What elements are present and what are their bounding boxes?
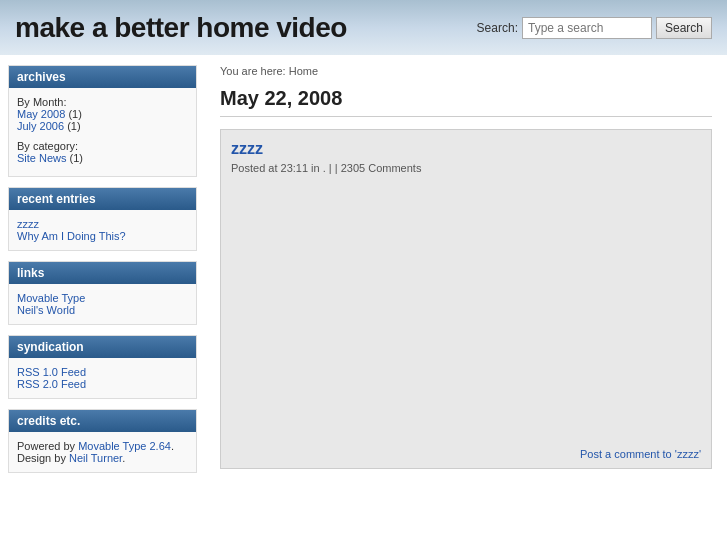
sidebar: archives By Month: May 2008 (1) July 200…: [0, 55, 205, 493]
archives-content: By Month: May 2008 (1) July 2006 (1) By …: [9, 88, 196, 176]
archive-month-may2008[interactable]: May 2008: [17, 108, 65, 120]
page-date: May 22, 2008: [220, 87, 712, 117]
archive-cat-sitenews[interactable]: Site News: [17, 152, 67, 164]
by-category-label: By category:: [17, 140, 78, 152]
header: make a better home video Search: Search: [0, 0, 727, 55]
archive-month-may2008-count: (1): [68, 108, 81, 120]
recent-entries-box: recent entries zzzz Why Am I Doing This?: [8, 187, 197, 251]
design-text: Design by: [17, 452, 69, 464]
post-title-link[interactable]: zzzz: [231, 140, 263, 157]
by-month-section: By Month: May 2008 (1) July 2006 (1): [17, 96, 188, 132]
credits-content: Powered by Movable Type 2.64. Design by …: [9, 432, 196, 472]
credits-box: credits etc. Powered by Movable Type 2.6…: [8, 409, 197, 473]
archive-month-jul2006-count: (1): [67, 120, 80, 132]
syndication-box: syndication RSS 1.0 Feed RSS 2.0 Feed: [8, 335, 197, 399]
search-button[interactable]: Search: [656, 17, 712, 39]
by-category-section: By category: Site News (1): [17, 140, 188, 164]
post-comment-link[interactable]: Post a comment to 'zzzz': [580, 448, 701, 460]
post-box: zzzz Posted at 23:11 in . | | 2305 Comme…: [220, 129, 712, 469]
syndication-content: RSS 1.0 Feed RSS 2.0 Feed: [9, 358, 196, 398]
post-title: zzzz: [231, 140, 701, 158]
links-box: links Movable Type Neil's World: [8, 261, 197, 325]
recent-entries-content: zzzz Why Am I Doing This?: [9, 210, 196, 250]
main-content: You are here: Home May 22, 2008 zzzz Pos…: [205, 55, 727, 493]
recent-entry-why[interactable]: Why Am I Doing This?: [17, 230, 126, 242]
archives-box: archives By Month: May 2008 (1) July 200…: [8, 65, 197, 177]
post-meta: Posted at 23:11 in . | | 2305 Comments: [231, 162, 701, 174]
archive-month-jul2006[interactable]: July 2006: [17, 120, 64, 132]
recent-entries-title: recent entries: [9, 188, 196, 210]
credits-title: credits etc.: [9, 410, 196, 432]
rss10-feed[interactable]: RSS 1.0 Feed: [17, 366, 86, 378]
archive-cat-sitenews-count: (1): [70, 152, 83, 164]
links-title: links: [9, 262, 196, 284]
search-label: Search:: [477, 21, 518, 35]
search-input[interactable]: [522, 17, 652, 39]
link-movable-type[interactable]: Movable Type: [17, 292, 85, 304]
link-neils-world[interactable]: Neil's World: [17, 304, 75, 316]
links-content: Movable Type Neil's World: [9, 284, 196, 324]
site-title: make a better home video: [15, 12, 347, 44]
by-month-label: By Month:: [17, 96, 67, 108]
search-area: Search: Search: [477, 17, 712, 39]
archives-title: archives: [9, 66, 196, 88]
syndication-title: syndication: [9, 336, 196, 358]
movabletype-link[interactable]: Movable Type 2.64: [78, 440, 171, 452]
breadcrumb: You are here: Home: [220, 65, 712, 77]
powered-text: Powered by: [17, 440, 78, 452]
neil-turner-link[interactable]: Neil Turner: [69, 452, 122, 464]
recent-entry-zzzz[interactable]: zzzz: [17, 218, 39, 230]
rss20-feed[interactable]: RSS 2.0 Feed: [17, 378, 86, 390]
layout: archives By Month: May 2008 (1) July 200…: [0, 55, 727, 493]
